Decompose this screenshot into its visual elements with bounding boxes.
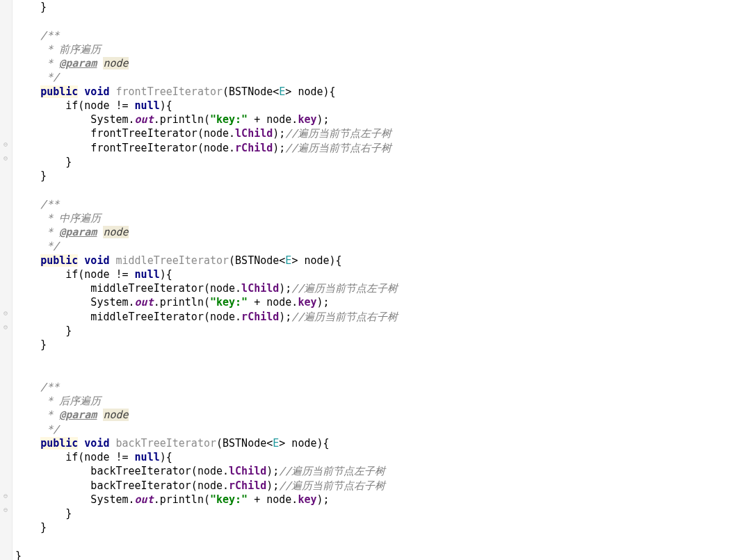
code-text: > node){ [285, 85, 335, 98]
code-text: ); [266, 465, 279, 477]
javadoc-param-name: node [103, 226, 128, 238]
code-text: (BSTNode< [216, 437, 273, 450]
code-text: } [15, 156, 72, 168]
code-editor[interactable]: } /** * 前序遍历 * @param node */ public voi… [13, 0, 751, 560]
string-literal: "key:" [210, 113, 248, 126]
keyword-void: void [84, 437, 109, 450]
code-text: ){ [160, 451, 172, 463]
keyword-null: null [135, 451, 160, 463]
javadoc-desc: * 后序遍历 [15, 395, 101, 407]
code-text: (BSTNode< [229, 254, 285, 267]
code-text: .println( [154, 493, 210, 506]
code-text: ); [279, 282, 291, 295]
code-text: ); [266, 479, 279, 492]
field-rchild: rChild [241, 311, 279, 323]
method-name: frontTreeIterator [116, 85, 223, 98]
javadoc-desc: * 中序遍历 [15, 212, 101, 224]
code-text: middleTreeIterator(node. [15, 311, 241, 323]
code-text: if(node != [15, 451, 135, 463]
code-text: .println( [154, 113, 210, 126]
field-lchild: lChild [229, 465, 266, 477]
field-key: key [298, 493, 316, 506]
javadoc-param-name: node [103, 409, 128, 421]
generic-type: E [279, 85, 285, 98]
javadoc-desc: * 前序遍历 [15, 43, 101, 56]
line-comment: //遍历当前节点左子树 [279, 465, 385, 477]
method-name: backTreeIterator [116, 437, 217, 450]
keyword-public: public [40, 437, 78, 450]
javadoc-prefix: * [15, 226, 59, 238]
javadoc-param-tag: @param [59, 226, 97, 238]
code-text: System. [15, 296, 135, 308]
code-content: } /** * 前序遍历 * @param node */ public voi… [15, 0, 751, 560]
code-text: ); [273, 142, 285, 154]
field-rchild: rChild [235, 142, 273, 154]
code-text: System. [15, 113, 135, 126]
javadoc-close: */ [15, 71, 59, 83]
code-text: > node){ [279, 437, 329, 450]
field-out: out [135, 296, 154, 308]
line-comment: //遍历当前节点右子树 [279, 479, 385, 492]
javadoc-param-tag: @param [59, 409, 97, 421]
code-text: frontTreeIterator(node. [15, 127, 235, 140]
code-text: if(node != [15, 268, 135, 281]
code-text: } [15, 324, 72, 337]
field-key: key [298, 113, 316, 126]
field-out: out [135, 493, 154, 506]
keyword-public: public [40, 85, 78, 98]
fold-icon[interactable]: ⊖ [2, 507, 9, 513]
fold-icon[interactable]: ⊖ [2, 310, 9, 317]
code-text: } [15, 507, 72, 520]
line-comment: //遍历当前节点左子树 [291, 282, 398, 295]
code-text: ); [317, 493, 330, 506]
code-text: ); [317, 296, 330, 308]
code-text: backTreeIterator(node. [15, 479, 229, 492]
generic-type: E [273, 437, 279, 450]
keyword-void: void [84, 85, 109, 98]
method-name: middleTreeIterator [116, 254, 229, 267]
code-text: ); [273, 127, 285, 140]
fold-icon[interactable]: ⊖ [2, 493, 9, 500]
code-text: } [15, 170, 47, 182]
code-text: ); [279, 311, 291, 323]
code-text: ); [317, 113, 330, 126]
javadoc-close: */ [15, 240, 59, 252]
line-comment: //遍历当前节点左子树 [285, 127, 391, 140]
javadoc-open: /** [15, 198, 59, 211]
code-text: .println( [154, 296, 210, 308]
code-text: System. [15, 493, 135, 506]
field-rchild: rChild [229, 479, 266, 492]
javadoc-prefix: * [15, 409, 59, 421]
code-text: frontTreeIterator(node. [15, 142, 235, 154]
line-comment: //遍历当前节点右子树 [285, 142, 391, 154]
code-text: } [15, 550, 22, 560]
code-text: ){ [160, 268, 172, 281]
field-key: key [298, 296, 316, 308]
fold-icon[interactable]: ⊖ [2, 324, 9, 331]
code-text: } [15, 338, 47, 351]
string-literal: "key:" [210, 296, 248, 308]
fold-icon[interactable]: ⊖ [2, 141, 9, 148]
javadoc-param-tag: @param [59, 57, 97, 69]
keyword-public: public [40, 254, 78, 267]
field-lchild: lChild [241, 282, 279, 295]
field-out: out [135, 113, 154, 126]
string-literal: "key:" [210, 493, 248, 506]
field-lchild: lChild [235, 127, 273, 140]
code-text: if(node != [15, 99, 135, 112]
keyword-null: null [135, 99, 160, 112]
javadoc-param-name: node [103, 57, 128, 69]
keyword-void: void [84, 254, 109, 267]
line-comment: //遍历当前节点右子树 [291, 311, 398, 323]
javadoc-close: */ [15, 423, 59, 436]
fold-icon[interactable]: ⊖ [2, 155, 9, 162]
code-text: + node. [248, 296, 298, 308]
editor-gutter: ⊖ ⊖ ⊖ ⊖ ⊖ ⊖ [0, 0, 13, 560]
code-text: } [15, 521, 47, 534]
code-text: (BSTNode< [223, 85, 279, 98]
code-text: + node. [248, 493, 298, 506]
keyword-null: null [135, 268, 160, 281]
code-text: ){ [160, 99, 172, 112]
code-line: } [15, 1, 47, 13]
javadoc-prefix: * [15, 57, 59, 69]
